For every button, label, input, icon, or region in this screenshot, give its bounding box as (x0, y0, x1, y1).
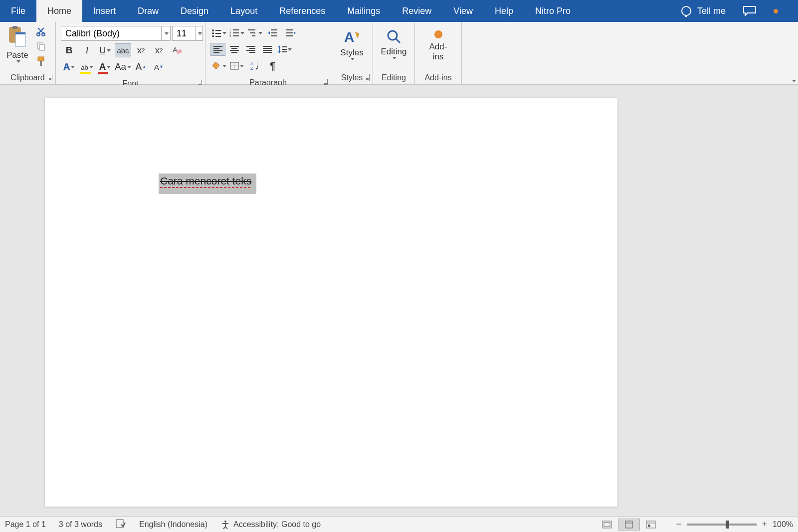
tab-references[interactable]: References (268, 0, 336, 22)
align-center-button[interactable] (227, 43, 242, 56)
svg-rect-65 (604, 523, 610, 527)
align-left-button[interactable] (210, 43, 225, 56)
zoom-thumb[interactable] (726, 521, 729, 529)
tab-review[interactable]: Review (391, 0, 442, 22)
svg-rect-26 (252, 35, 255, 36)
language-indicator[interactable]: English (Indonesia) (139, 520, 207, 529)
tab-insert[interactable]: Insert (82, 0, 127, 22)
focus-mode-button[interactable] (596, 519, 618, 531)
styles-icon: A (343, 29, 361, 48)
format-painter-button[interactable] (34, 55, 48, 68)
word-count[interactable]: 3 of 3 words (59, 520, 102, 529)
superscript-button[interactable]: x2 (151, 43, 167, 57)
styles-button[interactable]: A Styles (331, 25, 372, 62)
zoom-in-button[interactable]: + (761, 521, 769, 529)
print-layout-button[interactable] (618, 519, 640, 531)
group-clipboard: Paste Clipboard (0, 22, 56, 84)
selected-text[interactable]: Cara mencoret teks (159, 174, 256, 194)
document-canvas[interactable]: Cara mencoret teks (0, 85, 798, 516)
align-justify-button[interactable] (260, 43, 275, 56)
styles-label: Styles (331, 72, 373, 84)
text-effects-button[interactable]: A (61, 60, 77, 74)
strikethrough-button[interactable]: abc (115, 43, 131, 57)
font-color-button[interactable]: A (97, 60, 113, 74)
svg-rect-41 (246, 46, 255, 47)
ribbon: Paste Clipboard (0, 22, 798, 85)
web-layout-button[interactable] (640, 519, 662, 531)
sort-button[interactable]: AZ (246, 59, 263, 73)
editing-button[interactable]: Editing (372, 25, 416, 61)
subscript-button[interactable]: x2 (133, 43, 149, 57)
increase-indent-button[interactable] (282, 26, 299, 40)
zoom-out-button[interactable]: − (675, 521, 683, 529)
font-name-dropdown[interactable] (161, 26, 170, 40)
group-editing: Editing Editing (373, 22, 415, 84)
copy-button[interactable] (34, 40, 48, 53)
change-case-button[interactable]: Aa (115, 60, 131, 74)
paste-icon (7, 25, 27, 50)
svg-rect-21 (233, 32, 239, 33)
clipboard-launcher[interactable] (45, 74, 52, 81)
tab-layout[interactable]: Layout (219, 0, 268, 22)
align-right-button[interactable] (243, 43, 258, 56)
document-page[interactable]: Cara mencoret teks (45, 98, 617, 507)
search-icon (386, 29, 402, 47)
group-paragraph: 123 AZ ¶ Paragraph (205, 22, 331, 84)
svg-rect-31 (286, 32, 293, 33)
tell-me-search[interactable]: Tell me (681, 6, 726, 16)
zoom-slider[interactable] (687, 524, 757, 526)
grow-font-button[interactable]: A▲ (133, 60, 149, 74)
svg-rect-29 (271, 35, 277, 36)
font-size-combo[interactable] (172, 26, 203, 41)
bold-button[interactable]: B (61, 43, 77, 57)
document-text: Cara mencoret teks (160, 175, 251, 186)
comments-icon[interactable] (743, 5, 757, 16)
svg-rect-8 (38, 57, 44, 61)
tab-home[interactable]: Home (36, 0, 82, 22)
font-size-dropdown[interactable] (196, 26, 202, 40)
underline-button[interactable]: U (97, 43, 113, 57)
svg-point-16 (212, 35, 214, 37)
tab-design[interactable]: Design (170, 0, 219, 22)
collapse-ribbon-button[interactable] (792, 80, 796, 82)
svg-rect-40 (231, 52, 237, 53)
tab-draw[interactable]: Draw (127, 0, 170, 22)
tab-view[interactable]: View (442, 0, 484, 22)
clear-formatting-button[interactable]: A (169, 43, 185, 57)
show-marks-button[interactable]: ¶ (264, 59, 281, 73)
status-bar: Page 1 of 1 3 of 3 words English (Indone… (0, 516, 798, 532)
svg-rect-19 (233, 29, 239, 30)
shrink-font-button[interactable]: A▼ (151, 60, 167, 74)
svg-rect-49 (282, 46, 287, 47)
zoom-level[interactable]: 100% (773, 520, 793, 529)
bullets-button[interactable] (210, 26, 227, 40)
font-size-input[interactable] (173, 28, 196, 39)
addins-icon (433, 29, 444, 42)
italic-button[interactable]: I (79, 43, 95, 57)
tab-mailings[interactable]: Mailings (336, 0, 391, 22)
accessibility-status[interactable]: Accessibility: Good to go (220, 520, 321, 530)
borders-button[interactable] (228, 59, 245, 73)
tab-help[interactable]: Help (484, 0, 524, 22)
font-name-combo[interactable] (61, 26, 171, 41)
svg-rect-38 (231, 48, 237, 49)
svg-point-14 (212, 32, 214, 34)
highlight-button[interactable]: ab (79, 60, 95, 74)
svg-rect-23 (233, 35, 239, 36)
shading-button[interactable] (210, 59, 227, 73)
multilevel-list-button[interactable] (246, 26, 263, 40)
line-spacing-button[interactable] (276, 42, 293, 56)
svg-rect-35 (213, 50, 222, 51)
spell-check-icon[interactable] (115, 519, 126, 531)
font-name-input[interactable] (61, 28, 161, 39)
decrease-indent-button[interactable] (264, 26, 281, 40)
styles-launcher[interactable] (363, 74, 370, 81)
tab-file[interactable]: File (0, 0, 36, 22)
tab-nitro-pro[interactable]: Nitro Pro (524, 0, 582, 22)
numbering-button[interactable]: 123 (228, 26, 245, 40)
cut-button[interactable] (34, 25, 48, 38)
svg-point-12 (212, 29, 214, 31)
paste-button[interactable]: Paste (3, 25, 32, 63)
addins-button[interactable]: Add-ins (418, 25, 458, 64)
page-indicator[interactable]: Page 1 of 1 (5, 520, 46, 529)
